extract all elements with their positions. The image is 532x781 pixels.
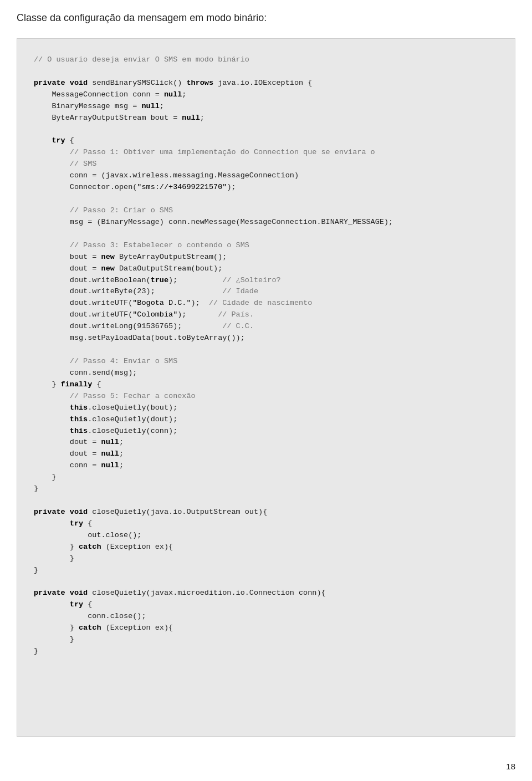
code-container: // O usuario deseja enviar O SMS em modo… xyxy=(17,38,515,737)
page-number: 18 xyxy=(506,762,515,771)
code-block: // O usuario deseja enviar O SMS em modo… xyxy=(34,54,498,657)
page-title: Classe da configuração da mensagem em mo… xyxy=(0,0,532,33)
